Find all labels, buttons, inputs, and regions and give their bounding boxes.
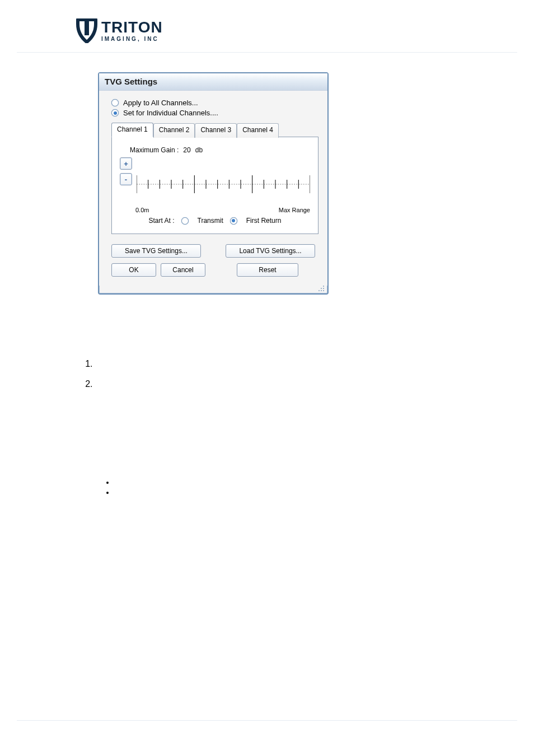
tab-channel-3[interactable]: Channel 3 bbox=[195, 123, 237, 138]
save-tvg-button[interactable]: Save TVG Settings... bbox=[111, 244, 201, 258]
document-body bbox=[78, 359, 456, 496]
tab-panel-channel-1: Maximum Gain : 20 db + - bbox=[111, 137, 318, 234]
radio-checked-icon[interactable] bbox=[230, 217, 237, 225]
list-item bbox=[115, 488, 456, 496]
svg-rect-0 bbox=[85, 20, 89, 35]
max-gain-label: Maximum Gain : bbox=[130, 146, 179, 154]
start-at-row: Start At : Transmit First Return bbox=[120, 217, 310, 225]
start-at-transmit-label[interactable]: Transmit bbox=[198, 217, 223, 225]
gain-increase-button[interactable]: + bbox=[120, 157, 132, 170]
start-at-label: Start At : bbox=[149, 217, 175, 225]
gain-decrease-button[interactable]: - bbox=[120, 173, 132, 185]
bullet-list bbox=[115, 478, 456, 496]
set-individual-label: Set for Individual Channels.... bbox=[123, 109, 218, 117]
svg-rect-22 bbox=[321, 290, 322, 291]
triton-logo-icon bbox=[76, 18, 98, 43]
numbered-list bbox=[95, 359, 456, 388]
radio-unchecked-icon bbox=[111, 99, 119, 106]
tvg-settings-dialog: TVG Settings Apply to All Channels... Se… bbox=[98, 72, 329, 295]
footer-divider bbox=[17, 720, 517, 721]
radio-checked-icon bbox=[111, 109, 119, 116]
radio-unchecked-icon[interactable] bbox=[181, 217, 189, 225]
svg-rect-21 bbox=[318, 290, 320, 291]
tab-channel-2[interactable]: Channel 2 bbox=[153, 123, 195, 138]
tab-channel-1[interactable]: Channel 1 bbox=[111, 123, 153, 137]
svg-rect-23 bbox=[323, 290, 324, 291]
reset-button[interactable]: Reset bbox=[237, 263, 298, 277]
set-individual-option[interactable]: Set for Individual Channels.... bbox=[111, 109, 318, 117]
start-at-first-return-label[interactable]: First Return bbox=[246, 217, 282, 225]
cancel-button[interactable]: Cancel bbox=[161, 263, 205, 277]
range-end-label: Max Range bbox=[279, 207, 310, 213]
brand-tagline: IMAGING, INC bbox=[101, 36, 163, 42]
list-item bbox=[95, 379, 456, 388]
svg-rect-20 bbox=[323, 288, 324, 289]
ok-button[interactable]: OK bbox=[111, 263, 156, 277]
apply-all-option[interactable]: Apply to All Channels... bbox=[111, 99, 318, 107]
range-start-label: 0.0m bbox=[135, 207, 149, 213]
svg-rect-18 bbox=[323, 286, 324, 287]
max-gain-value: 20 bbox=[183, 146, 190, 154]
apply-all-label: Apply to All Channels... bbox=[123, 99, 198, 107]
max-gain-row: Maximum Gain : 20 db bbox=[130, 146, 310, 154]
tab-channel-4[interactable]: Channel 4 bbox=[237, 123, 279, 138]
brand-name: TRITON bbox=[101, 20, 163, 35]
brand-logo: TRITON IMAGING, INC bbox=[76, 18, 163, 43]
max-gain-unit: db bbox=[195, 146, 203, 154]
svg-rect-19 bbox=[321, 288, 322, 289]
list-item bbox=[115, 478, 456, 486]
dialog-title: TVG Settings bbox=[99, 73, 327, 91]
list-item bbox=[95, 359, 456, 368]
header-divider bbox=[17, 52, 517, 53]
page-header: TRITON IMAGING, INC bbox=[0, 14, 534, 48]
tvg-curve-graph[interactable] bbox=[137, 157, 310, 203]
channel-tabs: Channel 1 Channel 2 Channel 3 Channel 4 … bbox=[111, 123, 318, 234]
load-tvg-button[interactable]: Load TVG Settings... bbox=[226, 244, 315, 258]
resize-grip-icon[interactable] bbox=[99, 286, 327, 293]
